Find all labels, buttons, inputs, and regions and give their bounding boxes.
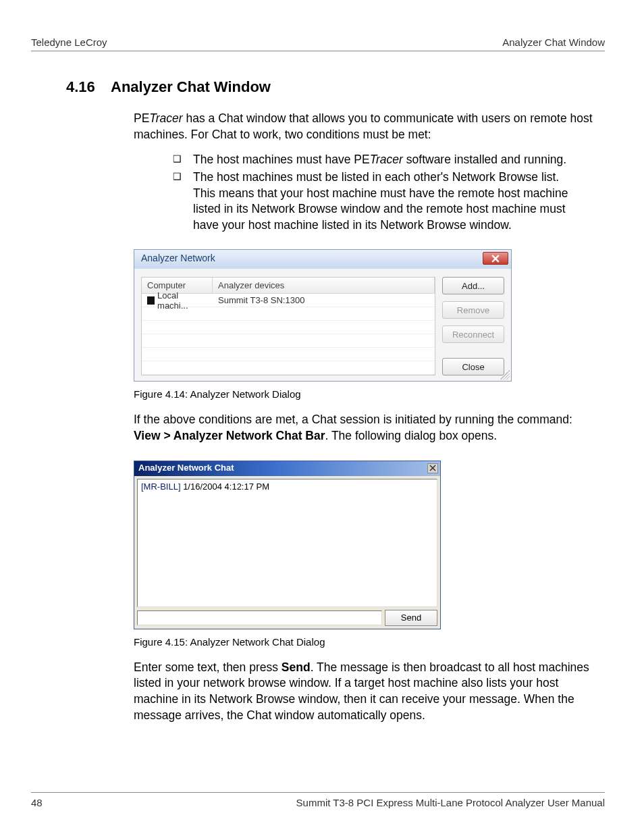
analyzer-network-chat-dialog: Analyzer Network Chat [MR-BILL] 1/16/200… <box>134 461 441 629</box>
manual-title: Summit T3-8 PCI Express Multi-Lane Proto… <box>296 797 605 808</box>
table-row[interactable] <box>142 321 435 334</box>
add-button[interactable]: Add... <box>442 277 504 294</box>
intro-pre: PE <box>134 111 149 125</box>
intro-italic: Tracer <box>149 111 182 125</box>
dialog-title: Analyzer Network <box>141 253 215 263</box>
req1-post: software installed and running. <box>403 153 566 166</box>
figure-4-15-caption: Figure 4.15: Analyzer Network Chat Dialo… <box>134 636 605 648</box>
table-row[interactable] <box>142 361 435 375</box>
requirement-2: The host machines must be listed in each… <box>173 170 578 234</box>
chat-title: Analyzer Network Chat <box>138 463 234 473</box>
computer-icon <box>147 296 155 305</box>
req1-pre: The host machines must have PE <box>193 153 370 166</box>
header-left: Teledyne LeCroy <box>31 36 107 48</box>
chat-user-tag: [MR-BILL] <box>141 481 181 492</box>
chat-input[interactable] <box>137 610 382 625</box>
page-footer: 48 Summit T3-8 PCI Express Multi-Lane Pr… <box>31 792 605 808</box>
page-header: Teledyne LeCroy Analyzer Chat Window <box>31 36 605 51</box>
col-devices[interactable]: Analyzer devices <box>213 278 435 293</box>
closing-bold: Send <box>281 660 311 674</box>
send-button[interactable]: Send <box>385 610 437 626</box>
closing-pre: Enter some text, then press <box>134 660 281 674</box>
resize-grip-icon[interactable] <box>500 370 510 380</box>
chat-titlebar[interactable]: Analyzer Network Chat <box>134 461 440 476</box>
close-icon[interactable] <box>483 252 508 265</box>
mid-paragraph: If the above conditions are met, a Chat … <box>134 412 598 444</box>
figure-4-14-caption: Figure 4.14: Analyzer Network Dialog <box>134 388 605 400</box>
table-row[interactable] <box>142 334 435 348</box>
page-number: 48 <box>31 797 43 808</box>
cell-devices: Summit T3-8 SN:1300 <box>213 295 435 305</box>
network-table[interactable]: Computer Analyzer devices Local machi...… <box>141 277 435 375</box>
intro-paragraph: PETracer has a Chat window that allows y… <box>134 111 598 142</box>
section-number: 4.16 <box>66 78 111 96</box>
chat-timestamp: 1/16/2004 4:12:17 PM <box>181 481 270 492</box>
cell-computer-text: Local machi... <box>157 290 207 311</box>
header-right: Analyzer Chat Window <box>502 36 605 48</box>
requirement-1: The host machines must have PETracer sof… <box>173 152 578 168</box>
section-heading: 4.16Analyzer Chat Window <box>66 78 605 96</box>
mid-bold: View > Analyzer Network Chat Bar <box>134 429 325 442</box>
close-button[interactable]: Close <box>442 358 504 375</box>
remove-button[interactable]: Remove <box>442 301 504 319</box>
table-row[interactable] <box>142 348 435 361</box>
closing-paragraph: Enter some text, then press Send. The me… <box>134 660 598 724</box>
req1-italic: Tracer <box>370 153 403 166</box>
dialog-titlebar[interactable]: Analyzer Network <box>134 250 511 269</box>
chat-log[interactable]: [MR-BILL] 1/16/2004 4:12:17 PM <box>137 479 437 607</box>
reconnect-button[interactable]: Reconnect <box>442 325 504 343</box>
analyzer-network-dialog: Analyzer Network Computer Analyzer devic… <box>134 249 512 382</box>
mid-pre: If the above conditions are met, a Chat … <box>134 413 572 426</box>
cell-computer: Local machi... <box>142 290 213 311</box>
mid-post: . The following dialog box opens. <box>325 429 498 442</box>
requirements-list: The host machines must have PETracer sof… <box>173 152 578 233</box>
table-row[interactable]: Local machi... Summit T3-8 SN:1300 <box>142 294 435 307</box>
intro-post: has a Chat window that allows you to com… <box>134 111 593 141</box>
close-icon[interactable] <box>427 463 438 473</box>
section-title: Analyzer Chat Window <box>111 78 271 95</box>
